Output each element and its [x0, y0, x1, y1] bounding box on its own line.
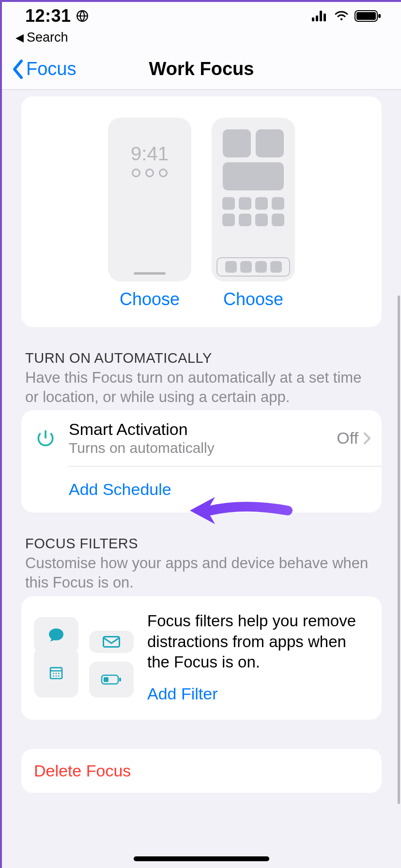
battery-icon [355, 10, 382, 22]
globe-icon [76, 10, 89, 22]
filters-text-block: Focus filters help you remove distractio… [147, 611, 369, 704]
svg-rect-4 [324, 14, 326, 21]
status-bar: 12:31 [2, 2, 401, 30]
delete-focus-button[interactable]: Delete Focus [21, 749, 382, 793]
wifi-icon [334, 11, 349, 21]
scrollbar[interactable] [398, 295, 400, 804]
filter-icons-grid [34, 611, 134, 704]
automatic-card: Smart Activation Turns on automatically … [21, 410, 382, 512]
status-time: 12:31 [25, 6, 71, 26]
svg-point-11 [53, 673, 54, 674]
svg-rect-8 [104, 636, 120, 647]
home-screen-preview[interactable] [212, 118, 295, 281]
filters-body-text: Focus filters help you remove distractio… [147, 611, 369, 673]
smart-activation-title: Smart Activation [69, 420, 337, 439]
breadcrumb-back[interactable]: ◀ Search [2, 30, 401, 49]
choose-lock-screen-link[interactable]: Choose [120, 289, 180, 310]
lock-screen-time: 9:41 [113, 143, 186, 165]
low-power-filter-icon [89, 662, 134, 698]
choose-home-screen-link[interactable]: Choose [223, 289, 283, 310]
add-filter-link[interactable]: Add Filter [147, 684, 369, 703]
svg-point-13 [58, 673, 60, 674]
home-dock [216, 257, 290, 277]
add-schedule-label: Add Schedule [69, 480, 371, 499]
filters-header-desc: Customise how your apps and device behav… [25, 554, 378, 592]
svg-point-16 [58, 675, 60, 677]
customise-screens-card: 9:41 Choose [21, 96, 382, 327]
nav-back-button[interactable]: Focus [2, 59, 76, 79]
navbar: Focus Work Focus [2, 49, 401, 90]
lock-screen-preview[interactable]: 9:41 [108, 118, 191, 281]
lock-screen-dots [113, 169, 186, 177]
calendar-filter-icon [34, 648, 78, 698]
mail-filter-icon [89, 631, 134, 653]
add-schedule-row[interactable]: Add Schedule [21, 466, 382, 512]
automatic-section-header: TURN ON AUTOMATICALLY Have this Focus tu… [21, 327, 382, 410]
svg-rect-1 [312, 17, 314, 21]
delete-card: Delete Focus [21, 749, 382, 793]
status-right [312, 10, 382, 22]
svg-rect-6 [356, 12, 376, 20]
chevron-right-icon [363, 432, 371, 445]
svg-rect-7 [378, 14, 381, 18]
chevron-left-icon [12, 60, 24, 79]
messages-filter-icon [34, 617, 78, 653]
automatic-header-label: TURN ON AUTOMATICALLY [25, 350, 378, 366]
home-preview-inner [216, 123, 290, 226]
svg-point-15 [56, 675, 57, 677]
filters-card: Focus filters help you remove distractio… [21, 596, 382, 720]
svg-rect-19 [119, 678, 121, 682]
power-icon [31, 428, 60, 449]
smart-activation-row[interactable]: Smart Activation Turns on automatically … [21, 410, 382, 466]
svg-point-14 [53, 675, 54, 677]
content: 9:41 Choose [2, 90, 401, 861]
nav-back-label: Focus [26, 59, 76, 79]
home-indicator[interactable] [134, 856, 269, 861]
filters-header-label: FOCUS FILTERS [25, 536, 378, 552]
svg-rect-3 [320, 11, 322, 21]
svg-point-12 [56, 673, 57, 674]
automatic-header-desc: Have this Focus turn on automatically at… [25, 368, 378, 406]
smart-activation-tail: Off [337, 429, 371, 448]
lock-screen-home-indicator [134, 272, 166, 275]
lock-screen-column: 9:41 Choose [108, 118, 191, 310]
filters-section-header: FOCUS FILTERS Customise how your apps an… [21, 512, 382, 596]
svg-rect-2 [316, 16, 318, 21]
smart-activation-status: Off [337, 429, 358, 448]
svg-rect-18 [104, 677, 108, 682]
status-left: 12:31 [25, 6, 89, 26]
back-triangle-icon: ◀ [15, 31, 24, 44]
smart-activation-sub: Turns on automatically [69, 440, 337, 456]
breadcrumb-label: Search [27, 30, 68, 45]
home-screen-column: Choose [212, 118, 295, 310]
cellular-signal-icon [312, 11, 328, 21]
smart-activation-body: Smart Activation Turns on automatically [69, 420, 337, 456]
